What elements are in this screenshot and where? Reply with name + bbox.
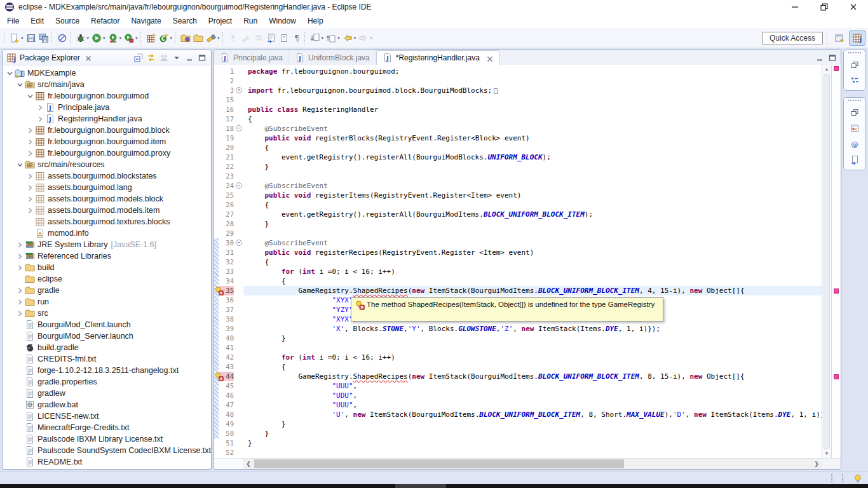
tree-item-fr-lebourguignon-bourguimod[interactable]: fr.lebourguignon.bourguimod: [3, 90, 211, 102]
overview-error-marker[interactable]: [834, 66, 839, 71]
chevron-right-icon[interactable]: [25, 208, 35, 214]
maximize-editor-icon[interactable]: [826, 51, 839, 64]
chevron-down-icon[interactable]: [15, 82, 25, 88]
fold-collapse-icon[interactable]: −: [236, 125, 242, 132]
chevron-right-icon[interactable]: [36, 105, 45, 111]
open-resource-button[interactable]: [192, 30, 205, 46]
menu-window[interactable]: Window: [263, 15, 302, 27]
tree-item-assets-bourguimod-textures-blocks[interactable]: assets.bourguimod.textures.blocks: [3, 216, 211, 227]
minimize-view-icon[interactable]: [183, 51, 196, 64]
menu-search[interactable]: Search: [167, 15, 203, 27]
restore-views-button[interactable]: [847, 105, 862, 119]
run-button[interactable]: ▾: [90, 30, 107, 46]
tree-item-bourguimod-client-launch[interactable]: BourguiMod_Client.launch: [3, 319, 211, 330]
tree-item-gradle-properties[interactable]: gradle.properties: [3, 376, 211, 388]
tree-item-src-main-java[interactable]: src/main/java: [3, 79, 211, 90]
chevron-right-icon[interactable]: [15, 265, 25, 271]
fold-collapse-icon[interactable]: −: [236, 182, 242, 189]
skip-all-breakpoints-button[interactable]: [56, 30, 69, 46]
link-with-editor-icon[interactable]: [145, 51, 158, 64]
tree-item-fr-lebourguignon-bourguimod-block[interactable]: fr.lebourguignon.bourguimod.block: [3, 125, 211, 136]
tree-item-fr-lebourguignon-bourguimod-proxy[interactable]: fr.lebourguignon.bourguimod.proxy: [3, 147, 211, 159]
tree-item-jre-system-library[interactable]: JRE System Library[JavaSE-1.6]: [3, 239, 211, 250]
tree-item-assets-bourguimod-blockstates[interactable]: assets.bourguimod.blockstates: [3, 170, 211, 182]
tree-item-principale-java[interactable]: JPrincipale.java: [3, 102, 211, 113]
new-java-package-button[interactable]: [145, 30, 158, 46]
view-menu-icon[interactable]: [170, 51, 183, 64]
tree-item-registeringhandler-java[interactable]: JRegisteringHandler.java: [3, 113, 211, 125]
tree-item-build-gradle[interactable]: build.gradle: [3, 342, 211, 353]
minimize-editor-icon[interactable]: [813, 51, 826, 64]
minimize-button[interactable]: [780, 0, 810, 14]
tree-item-src-main-resources[interactable]: src/main/resources: [3, 159, 211, 170]
chevron-right-icon[interactable]: [25, 196, 35, 202]
tree-item-readme-txt[interactable]: README.txt: [3, 456, 211, 468]
close-button[interactable]: [839, 0, 868, 14]
tree-item-build[interactable]: build: [3, 262, 211, 273]
tree-item-referenced-libraries[interactable]: Referenced Libraries: [3, 250, 211, 262]
menu-edit[interactable]: Edit: [25, 15, 50, 27]
tree-item-run[interactable]: run: [3, 296, 211, 308]
tree-item-forge-1-10-2-12-18-3-2511-changelog-txt[interactable]: forge-1.10.2-12.18.3.2511-changelog.txt: [3, 365, 211, 376]
restore-button[interactable]: [810, 0, 839, 14]
notification-lightbulb-icon[interactable]: [853, 473, 863, 484]
declaration-view-button[interactable]: [847, 153, 862, 166]
javadoc-view-button[interactable]: @: [847, 137, 862, 151]
tree-item-assets-bourguimod-models-block[interactable]: assets.bourguimod.models.block: [3, 193, 211, 205]
collapse-all-icon[interactable]: [132, 51, 145, 64]
quick-access-button[interactable]: Quick Access: [762, 32, 823, 44]
chevron-right-icon[interactable]: [15, 242, 25, 248]
scroll-up-icon[interactable]: ▲: [822, 65, 831, 74]
drag-handle[interactable]: [848, 52, 861, 54]
maximize-view-icon[interactable]: [196, 51, 208, 64]
error-marker-icon[interactable]: [214, 286, 224, 296]
tree-item-assets-bourguimod-models-item[interactable]: assets.bourguimod.models.item: [3, 205, 211, 216]
dropdown-arrow-icon[interactable]: ▾: [103, 36, 105, 41]
back-button[interactable]: ▾: [341, 30, 358, 46]
open-perspective-button[interactable]: [831, 30, 848, 46]
vertical-scrollbar[interactable]: ▲ ▼: [822, 65, 831, 458]
debug-button[interactable]: ▾: [74, 30, 91, 46]
restore-views-button[interactable]: [847, 58, 862, 71]
dropdown-arrow-icon[interactable]: ▾: [217, 36, 220, 41]
tree-item-fr-lebourguignon-bourguimod-item[interactable]: fr.lebourguignon.bourguimod.item: [3, 136, 211, 147]
close-tab-icon[interactable]: [485, 54, 493, 62]
drag-handle[interactable]: [848, 100, 861, 102]
dropdown-arrow-icon[interactable]: ▾: [21, 36, 24, 41]
dropdown-arrow-icon[interactable]: ▾: [354, 36, 356, 41]
coverage-button[interactable]: ▾: [107, 30, 123, 46]
menu-refactor[interactable]: Refactor: [85, 15, 125, 27]
tree-item-assets-bourguimod-lang[interactable]: assets.bourguimod.lang: [3, 182, 211, 193]
dropdown-arrow-icon[interactable]: ▾: [170, 36, 173, 41]
search-button[interactable]: ▾: [205, 30, 221, 46]
code-text[interactable]: package fr.lebourguignon.bourguimod;impo…: [243, 65, 822, 458]
new-wizard-button[interactable]: ▾: [8, 30, 25, 46]
chevron-right-icon[interactable]: [25, 173, 35, 179]
chevron-down-icon[interactable]: [15, 162, 25, 168]
show-whitespace-button[interactable]: ¶: [290, 30, 303, 46]
horizontal-scrollbar-thumb[interactable]: [254, 459, 624, 468]
previous-annotation-doc-button[interactable]: [278, 30, 290, 46]
editor-tab-uniformblock-java[interactable]: JUniformBlock.java: [289, 50, 376, 65]
previous-annotation-button[interactable]: ▾: [325, 30, 341, 46]
fold-collapse-icon[interactable]: −: [236, 240, 242, 246]
dropdown-arrow-icon[interactable]: ▾: [135, 36, 138, 41]
tree-item-minecraftforge-credits-txt[interactable]: MinecraftForge-Credits.txt: [3, 422, 211, 433]
chevron-right-icon[interactable]: [25, 185, 35, 191]
scroll-down-icon[interactable]: ▼: [822, 449, 831, 458]
horizontal-scrollbar[interactable]: ❮ ❯: [214, 458, 841, 469]
tree-item-credits-fml-txt[interactable]: CREDITS-fml.txt: [3, 353, 211, 365]
chevron-right-icon[interactable]: [25, 128, 35, 133]
error-marker-icon[interactable]: [214, 372, 224, 382]
editor-tab-registeringhandler-java[interactable]: J*RegisteringHandler.java: [376, 50, 499, 65]
vertical-scrollbar-thumb[interactable]: [824, 74, 830, 449]
chevron-right-icon[interactable]: [25, 139, 35, 145]
dropdown-arrow-icon[interactable]: ▾: [322, 36, 324, 41]
menu-source[interactable]: Source: [50, 15, 85, 27]
menu-run[interactable]: Run: [238, 15, 263, 27]
dropdown-arrow-icon[interactable]: ▾: [370, 36, 372, 41]
new-java-class-button[interactable]: C▾: [158, 30, 174, 46]
chevron-down-icon[interactable]: [25, 93, 35, 99]
save-all-button[interactable]: [37, 30, 50, 46]
menu-file[interactable]: File: [1, 15, 25, 27]
